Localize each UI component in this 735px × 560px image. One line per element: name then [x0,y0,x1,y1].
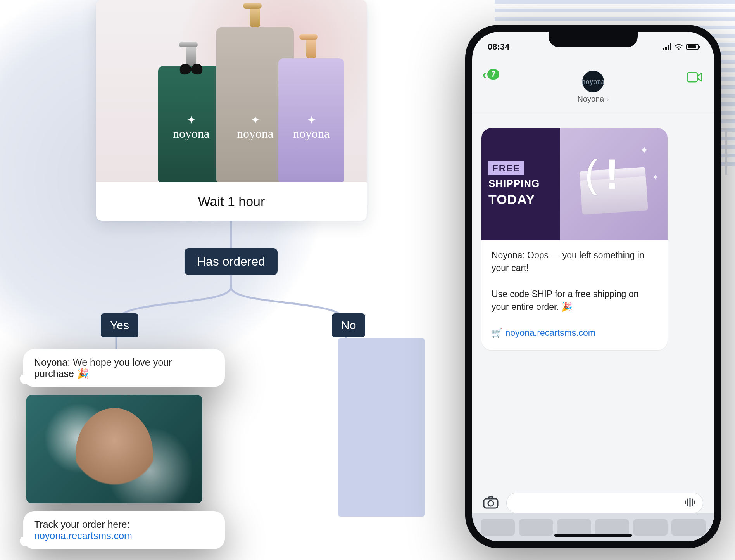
sms-bubble: Track your order here: noyona.recartsms.… [23,511,225,549]
incoming-mms[interactable]: FREE SHIPPING TODAY (! ✦ ✦ Noyona: Oops … [481,128,668,350]
battery-icon [686,44,699,50]
wait-step-label: Wait 1 hour [96,182,367,221]
svg-rect-4 [687,73,697,82]
exclamation-graphic: (! [605,153,619,195]
contact-avatar[interactable]: noyona [582,71,604,92]
sms-link[interactable]: noyona.recartsms.com [34,530,132,541]
video-call-icon[interactable] [687,71,702,85]
brand-logo: noyona [278,115,344,140]
mms-link[interactable]: noyona.recartsms.com [505,328,595,338]
branch-no-placeholder [338,338,425,517]
chevron-left-icon: ‹ [482,67,487,81]
svg-point-6 [488,501,493,506]
sms-bubble: Noyona: We hope you love your purchase 🎉 [23,349,225,387]
brand-logo: noyona [158,115,224,140]
camera-icon[interactable] [483,496,499,510]
cart-emoji: 🛒 [492,328,505,338]
unread-badge: 7 [487,69,499,80]
branch-yes-preview: Noyona: We hope you love your purchase 🎉… [23,349,236,557]
voice-message-icon[interactable] [684,497,696,509]
wait-step-card[interactable]: noyona noyona noyona Wait 1 hour [96,0,367,221]
wifi-icon [675,43,683,51]
mms-media [26,395,202,503]
branch-no-chip[interactable]: No [332,313,365,337]
product-image: noyona noyona noyona [96,0,367,182]
mms-image: FREE SHIPPING TODAY (! ✦ ✦ [481,128,668,240]
promo-word-shipping: SHIPPING [488,178,553,190]
sparkle-icon: ✦ [652,173,658,181]
home-indicator[interactable] [554,534,632,537]
keyboard-placeholder [472,513,714,541]
sms-text: Noyona: We hope you love your purchase [34,357,172,379]
promo-word-free: FREE [488,161,524,175]
party-emoji: 🎉 [77,368,89,379]
promo-word-today: TODAY [488,192,553,207]
phone-notch [549,32,638,47]
signal-icon [663,43,671,50]
automation-flow-diagram: noyona noyona noyona Wait 1 hour Has ord… [0,0,426,560]
branch-yes-chip[interactable]: Yes [101,313,138,337]
status-time: 08:34 [488,42,509,52]
contact-name[interactable]: Noyona [577,95,609,104]
party-emoji: 🎉 [561,302,573,312]
product-bottle-purple: noyona [278,58,344,182]
conversation-pane: FREE SHIPPING TODAY (! ✦ ✦ Noyona: Oops … [472,121,714,487]
message-input[interactable] [506,493,703,513]
back-button[interactable]: ‹ 7 [482,67,499,81]
product-bottle-green: noyona [158,66,224,182]
mms-line: Noyona: Oops — you left something in you… [492,249,657,275]
mms-line: Use code SHIP for a free shipping on you… [492,288,657,314]
phone-mockup: 08:34 ‹ 7 noyona Noyona [465,25,721,548]
messages-header: ‹ 7 noyona Noyona [472,62,714,112]
mms-link-line: 🛒 noyona.recartsms.com [492,327,657,339]
condition-node[interactable]: Has ordered [185,248,278,275]
sms-text: Track your order here: [34,519,129,530]
sparkle-icon: ✦ [640,144,649,157]
